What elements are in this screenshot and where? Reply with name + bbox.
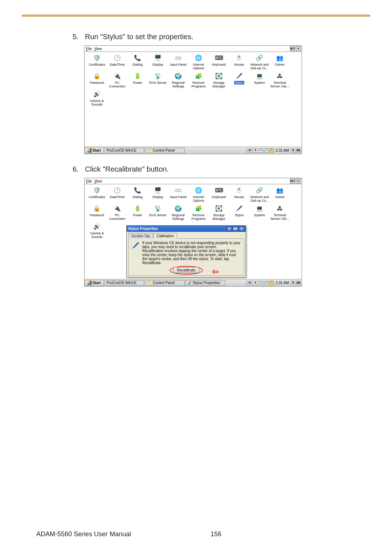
tray-icon[interactable]: 📶 <box>269 281 274 285</box>
control-panel-item-remove-programs[interactable]: 🧩Remove Programs <box>188 204 209 222</box>
control-panel-window: File View N? × 🛡️Certificates🕑Date/Time📞… <box>84 45 302 154</box>
recalibrate-button[interactable]: Recalibrate <box>173 267 200 273</box>
taskbar: Start ProConOS WinCE 📁Control Panel 🖊Sty… <box>85 279 302 286</box>
tray-icon[interactable]: 🔗 <box>264 281 268 285</box>
control-panel-item-keyboard[interactable]: ⌨Keyboard <box>209 186 229 204</box>
menu-view[interactable]: View <box>94 179 102 183</box>
icon-label: System <box>254 81 265 85</box>
control-panel-item-owner[interactable]: 👥Owner <box>270 53 290 71</box>
control-panel-item-regional-settings[interactable]: 🌍Regional Settings <box>168 204 188 222</box>
icon-label: Keyboard <box>212 63 226 66</box>
icon-label: Certificates <box>88 63 105 66</box>
control-panel-item-remove-programs[interactable]: 🧩Remove Programs <box>188 71 209 90</box>
taskbar-item-proconos[interactable]: ProConOS WinCE <box>104 148 144 153</box>
control-panel-item-mouse[interactable]: 🖱️Mouse <box>229 53 249 71</box>
control-panel-item-display[interactable]: 🖥️Display <box>148 186 168 204</box>
control-panel-item-network-and-dial-up-co[interactable]: 🔗Network and Dial-up Co... <box>249 53 270 71</box>
control-panel-item-date-time[interactable]: 🕑Date/Time <box>107 186 127 204</box>
control-panel-item-stylus[interactable]: 🖊️Stylus <box>229 204 249 222</box>
control-panel-item-internet-options[interactable]: 🌐Internet Options <box>188 53 209 71</box>
control-panel-item-storage-manager[interactable]: 💽Storage Manager <box>209 204 229 222</box>
menu-file[interactable]: File <box>86 179 92 183</box>
control-panel-item-power[interactable]: 🔋Power <box>127 204 148 222</box>
date-time-icon: 🕑 <box>113 186 121 194</box>
control-panel-item-internet-options[interactable]: 🌐Internet Options <box>188 186 209 204</box>
taskbar-item-control-panel[interactable]: 📁Control Panel <box>145 148 185 153</box>
dialog-body-text: If your Windows CE device is not respond… <box>142 241 242 265</box>
tray-icon[interactable]: ⬆ <box>253 148 257 153</box>
control-panel-item-volume-sounds[interactable]: 🔊Volume & Sounds <box>87 222 107 240</box>
storage-manager-icon: 💽 <box>215 205 223 213</box>
close-button[interactable]: × <box>296 178 301 184</box>
tray-icon[interactable]: ✳ <box>258 281 263 285</box>
control-panel-item-certificates[interactable]: 🛡️Certificates <box>87 53 107 71</box>
dialog-ok-button[interactable]: OK <box>233 226 238 231</box>
step-number: 5. <box>73 33 85 41</box>
dialog-help-button[interactable]: ? <box>226 226 232 231</box>
control-panel-item-dialing[interactable]: 📞Dialing <box>127 53 148 71</box>
taskbar: Start ProConOS WinCE 📁Control Panel 💻 ⬆ … <box>85 147 302 154</box>
tab-double-tap[interactable]: Double-Tap <box>128 233 153 239</box>
control-panel-item-certificates[interactable]: 🛡️Certificates <box>87 186 107 204</box>
control-panel-item-password[interactable]: 🔒Password <box>87 204 107 222</box>
control-panel-item-pc-connection[interactable]: 🔌PC Connection <box>107 204 127 222</box>
taskbar-item-proconos[interactable]: ProConOS WinCE <box>104 280 144 286</box>
icon-label: Input Panel <box>170 63 187 66</box>
taskbar-item-control-panel[interactable]: 📁Control Panel <box>145 280 185 286</box>
footer-page-number: 156 <box>196 530 392 538</box>
control-panel-item-input-panel[interactable]: ⌨️Input Panel <box>168 53 188 71</box>
dialog-close-button[interactable]: × <box>239 226 244 231</box>
menu-bar: File View <box>85 178 302 184</box>
tray-icon[interactable]: 🖥 <box>291 148 295 153</box>
control-panel-item-terminal-server-clie[interactable]: 🖧Terminal Server Clie... <box>270 71 290 90</box>
help-button[interactable]: N? <box>290 178 295 184</box>
volume-sounds-icon: 🔊 <box>93 90 101 98</box>
menu-view[interactable]: View <box>94 47 102 51</box>
tray-icon[interactable]: 📟 <box>296 148 301 153</box>
icon-label: Stylus <box>234 81 245 85</box>
tray-icon[interactable]: 📶 <box>269 148 274 153</box>
control-panel-item-date-time[interactable]: 🕑Date/Time <box>107 53 127 71</box>
start-button[interactable]: Start <box>85 148 103 153</box>
dialing-icon: 📞 <box>134 54 142 62</box>
menu-bar: File View <box>85 46 302 52</box>
icon-label: Terminal Server Clie... <box>270 81 290 88</box>
stylus-icon: 🖊️ <box>235 205 243 213</box>
tab-calibration[interactable]: Calibration <box>153 233 177 239</box>
icon-label: Input Panel <box>170 195 187 199</box>
control-panel-item-storage-manager[interactable]: 💽Storage Manager <box>209 71 229 90</box>
tray-icon[interactable]: ✳ <box>258 148 263 153</box>
icon-label: Keyboard <box>212 195 226 199</box>
control-panel-item-stylus[interactable]: 🖊️Stylus <box>229 71 249 90</box>
taskbar-item-stylus-properties[interactable]: 🖊Stylus Properties <box>185 280 225 286</box>
tray-icon[interactable]: 💻 <box>248 281 252 285</box>
control-panel-item-power[interactable]: 🔋Power <box>127 71 148 90</box>
control-panel-item-display[interactable]: 🖥️Display <box>148 53 168 71</box>
help-button[interactable]: N? <box>290 46 295 51</box>
tray-icon[interactable]: 📟 <box>296 281 301 285</box>
control-panel-item-network-and-dial-up-co[interactable]: 🔗Network and Dial-up Co... <box>249 186 270 204</box>
control-panel-item-input-panel[interactable]: ⌨️Input Panel <box>168 186 188 204</box>
tray-icon[interactable]: ⬆ <box>253 281 257 285</box>
control-panel-item-mouse[interactable]: 🖱️Mouse <box>229 186 249 204</box>
control-panel-item-volume-sounds[interactable]: 🔊Volume & Sounds <box>87 90 107 108</box>
control-panel-item-regional-settings[interactable]: 🌍Regional Settings <box>168 71 188 90</box>
icon-label: Storage Manager <box>209 213 229 221</box>
close-button[interactable]: × <box>296 46 301 51</box>
control-panel-item-password[interactable]: 🔒Password <box>87 71 107 90</box>
start-button[interactable]: Start <box>85 280 103 286</box>
control-panel-item-system[interactable]: 💻System <box>249 204 270 222</box>
control-panel-item-ras-server[interactable]: 📡RAS Server <box>148 204 168 222</box>
control-panel-item-system[interactable]: 💻System <box>249 71 270 90</box>
control-panel-item-terminal-server-clie[interactable]: 🖧Terminal Server Clie... <box>270 204 290 222</box>
control-panel-item-owner[interactable]: 👥Owner <box>270 186 290 204</box>
control-panel-item-keyboard[interactable]: ⌨Keyboard <box>209 53 229 71</box>
tray-icon[interactable]: 💻 <box>248 148 252 153</box>
tray-icon[interactable]: 🖥 <box>291 281 295 285</box>
control-panel-item-dialing[interactable]: 📞Dialing <box>127 186 148 204</box>
tray-icon[interactable]: 🔗 <box>264 148 268 153</box>
control-panel-item-pc-connection[interactable]: 🔌PC Connection <box>107 71 127 90</box>
control-panel-window-2: File View N? × 🛡️Certificates🕑Date/Time📞… <box>84 178 302 287</box>
control-panel-item-ras-server[interactable]: 📡RAS Server <box>148 71 168 90</box>
menu-file[interactable]: File <box>86 47 92 51</box>
